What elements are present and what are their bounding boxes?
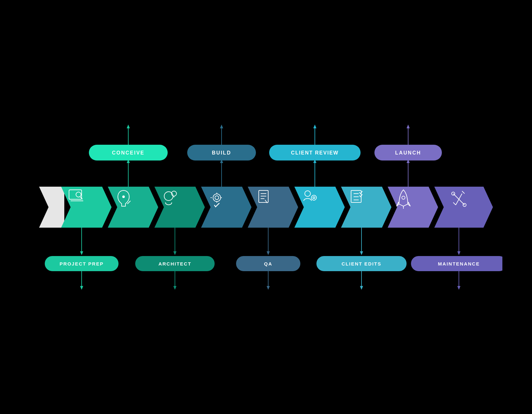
svg-text:LAUNCH: LAUNCH	[395, 150, 421, 155]
svg-marker-72	[360, 251, 363, 255]
svg-marker-4	[154, 187, 205, 228]
svg-marker-88	[267, 286, 270, 290]
svg-marker-98	[313, 125, 316, 128]
svg-text:QA: QA	[264, 261, 273, 266]
svg-marker-48	[80, 251, 83, 255]
svg-text:CLIENT REVIEW: CLIENT REVIEW	[291, 150, 338, 155]
svg-marker-80	[457, 251, 460, 255]
svg-marker-8	[341, 187, 391, 228]
svg-marker-3	[108, 187, 158, 228]
svg-marker-92	[457, 286, 460, 290]
svg-marker-86	[173, 286, 176, 290]
svg-text:CONCEIVE: CONCEIVE	[112, 150, 145, 155]
svg-text:BUILD: BUILD	[212, 150, 231, 155]
svg-marker-1	[39, 187, 64, 228]
svg-text:ARCHITECT: ARCHITECT	[159, 261, 192, 266]
svg-marker-9	[388, 187, 438, 228]
svg-marker-96	[220, 125, 223, 128]
svg-marker-6	[248, 187, 298, 228]
svg-marker-64	[267, 251, 270, 255]
svg-marker-5	[201, 187, 252, 228]
svg-marker-90	[360, 286, 363, 290]
svg-text:MAINTENANCE: MAINTENANCE	[438, 261, 480, 266]
svg-point-16	[123, 196, 124, 198]
svg-marker-56	[173, 251, 176, 255]
svg-marker-84	[80, 286, 83, 290]
svg-marker-100	[407, 125, 410, 128]
svg-marker-7	[294, 187, 345, 228]
svg-text:CLIENT EDITS: CLIENT EDITS	[342, 261, 382, 266]
svg-marker-0	[30, 97, 83, 138]
svg-marker-94	[127, 125, 130, 128]
svg-text:PROJECT PREP: PROJECT PREP	[60, 261, 104, 266]
workflow-diagram: PROJECT PREP CONCEIVE ARCHITECT BUILD QA…	[30, 97, 502, 318]
